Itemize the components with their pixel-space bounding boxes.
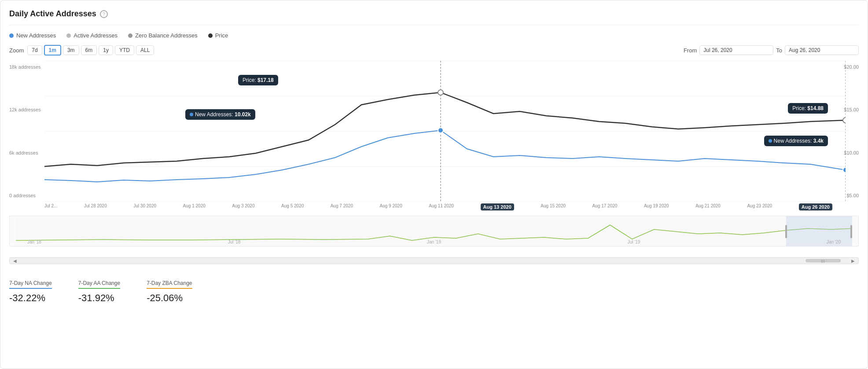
zoom-controls: Zoom 7d 1m 3m 6m 1y YTD ALL bbox=[9, 45, 154, 55]
mini-label-jul19: Jul '19 bbox=[628, 240, 640, 244]
date-range: From To bbox=[684, 45, 859, 55]
legend-dot-blue bbox=[9, 33, 14, 38]
legend-item-zero-balance[interactable]: Zero Balance Addresses bbox=[128, 32, 198, 39]
mini-label-jul18: Jul '18 bbox=[228, 240, 241, 244]
legend-label-new-addresses: New Addresses bbox=[16, 32, 56, 39]
zoom-3m[interactable]: 3m bbox=[63, 45, 79, 55]
x-label-aug15: Aug 15 2020 bbox=[541, 203, 566, 210]
chart-svg bbox=[44, 61, 846, 202]
y-label-6k: 6k addresses bbox=[9, 150, 44, 155]
legend-item-price[interactable]: Price bbox=[208, 32, 228, 39]
header: Daily Active Addresses ? bbox=[9, 9, 859, 25]
stat-aa-underline bbox=[78, 288, 120, 289]
x-label-aug23: Aug 23 2020 bbox=[747, 203, 772, 210]
x-label-aug13: Aug 13 2020 bbox=[481, 203, 514, 210]
stat-na-label: 7-Day NA Change bbox=[9, 280, 52, 286]
legend-label-active-addresses: Active Addresses bbox=[74, 32, 118, 39]
mini-label-jan18: Jan '18 bbox=[27, 240, 41, 244]
zoom-1m[interactable]: 1m bbox=[44, 45, 61, 55]
y-label-0: 0 addresses bbox=[9, 193, 44, 198]
x-label-aug7: Aug 7 2020 bbox=[331, 203, 353, 210]
legend-item-active-addresses[interactable]: Active Addresses bbox=[66, 32, 118, 39]
svg-point-8 bbox=[438, 128, 443, 133]
legend-label-price: Price bbox=[215, 32, 228, 39]
to-date-input[interactable] bbox=[785, 45, 859, 55]
mini-label-jan19: Jan '19 bbox=[427, 240, 441, 244]
stat-zba-underline bbox=[147, 288, 192, 289]
to-label: To bbox=[776, 47, 782, 54]
zoom-7d[interactable]: 7d bbox=[27, 45, 42, 55]
legend-dot-light-gray bbox=[66, 33, 71, 38]
x-label-aug21: Aug 21 2020 bbox=[695, 203, 721, 210]
zoom-6m[interactable]: 6m bbox=[81, 45, 97, 55]
scroll-right-arrow[interactable]: ▶ bbox=[850, 258, 857, 263]
from-label: From bbox=[684, 47, 697, 54]
legend-item-new-addresses[interactable]: New Addresses bbox=[9, 32, 56, 39]
chart-wrapper: 18k addresses 12k addresses 6k addresses… bbox=[9, 61, 859, 212]
zoom-ytd[interactable]: YTD bbox=[115, 45, 134, 55]
stat-zba-label: 7-Day ZBA Change bbox=[147, 280, 192, 286]
x-axis: Jul 2... Jul 28 2020 Jul 30 2020 Aug 1 2… bbox=[44, 202, 832, 212]
y-axis-left: 18k addresses 12k addresses 6k addresses… bbox=[9, 61, 44, 202]
stat-zba-change: 7-Day ZBA Change -25.06% bbox=[147, 280, 192, 304]
x-label-aug26: Aug 26 2020 bbox=[799, 203, 832, 210]
stat-aa-label: 7-Day AA Change bbox=[78, 280, 120, 286]
legend-dot-gray bbox=[128, 33, 132, 38]
svg-rect-13 bbox=[785, 225, 787, 238]
svg-point-10 bbox=[843, 167, 846, 173]
stat-na-underline bbox=[9, 288, 52, 289]
from-date-input[interactable] bbox=[699, 45, 773, 55]
zoom-label: Zoom bbox=[9, 47, 24, 54]
chart-inner: Price: $17.18 New Addresses: 10.02k Pric… bbox=[44, 61, 832, 202]
mini-label-jan20: Jan '20 bbox=[827, 240, 841, 244]
stat-zba-value: -25.06% bbox=[147, 292, 192, 304]
controls-row: Zoom 7d 1m 3m 6m 1y YTD ALL From To bbox=[9, 45, 859, 55]
x-label-aug19: Aug 19 2020 bbox=[644, 203, 669, 210]
stat-aa-change: 7-Day AA Change -31.92% bbox=[78, 280, 120, 304]
x-label-aug11: Aug 11 2020 bbox=[429, 203, 454, 210]
stat-na-value: -32.22% bbox=[9, 292, 52, 304]
legend-label-zero-balance: Zero Balance Addresses bbox=[135, 32, 198, 39]
scroll-handle[interactable]: ||| bbox=[805, 259, 841, 262]
x-label-aug9: Aug 9 2020 bbox=[380, 203, 402, 210]
x-label-jul28: Jul 28 2020 bbox=[84, 203, 107, 210]
stat-aa-value: -31.92% bbox=[78, 292, 120, 304]
help-icon[interactable]: ? bbox=[100, 10, 108, 18]
x-label-aug5: Aug 5 2020 bbox=[281, 203, 304, 210]
zoom-1y[interactable]: 1y bbox=[99, 45, 113, 55]
y-label-12k: 12k addresses bbox=[9, 107, 44, 112]
y-label-18k: 18k addresses bbox=[9, 64, 44, 70]
svg-point-7 bbox=[438, 90, 443, 95]
x-label-aug1: Aug 1 2020 bbox=[183, 203, 206, 210]
svg-rect-14 bbox=[850, 225, 852, 238]
mini-chart[interactable]: Jan '18 Jul '18 Jan '19 Jul '19 Jan '20 bbox=[9, 216, 859, 247]
legend: New Addresses Active Addresses Zero Bala… bbox=[9, 32, 859, 39]
stats-section: 7-Day NA Change -32.22% 7-Day AA Change … bbox=[9, 273, 859, 304]
mini-chart-labels: Jan '18 Jul '18 Jan '19 Jul '19 Jan '20 bbox=[10, 240, 858, 244]
x-label-aug17: Aug 17 2020 bbox=[592, 203, 618, 210]
svg-point-9 bbox=[843, 118, 846, 123]
zoom-all[interactable]: ALL bbox=[136, 45, 154, 55]
scrollbar[interactable]: ◀ ||| ▶ bbox=[9, 257, 859, 264]
scroll-left-arrow[interactable]: ◀ bbox=[11, 258, 18, 263]
x-label-aug3: Aug 3 2020 bbox=[232, 203, 254, 210]
x-label-jul2: Jul 2... bbox=[44, 203, 57, 210]
legend-dot-dark bbox=[208, 33, 213, 38]
page-title: Daily Active Addresses bbox=[9, 9, 96, 18]
stat-na-change: 7-Day NA Change -32.22% bbox=[9, 280, 52, 304]
main-container: Daily Active Addresses ? New Addresses A… bbox=[0, 0, 868, 369]
x-label-jul30: Jul 30 2020 bbox=[133, 203, 156, 210]
